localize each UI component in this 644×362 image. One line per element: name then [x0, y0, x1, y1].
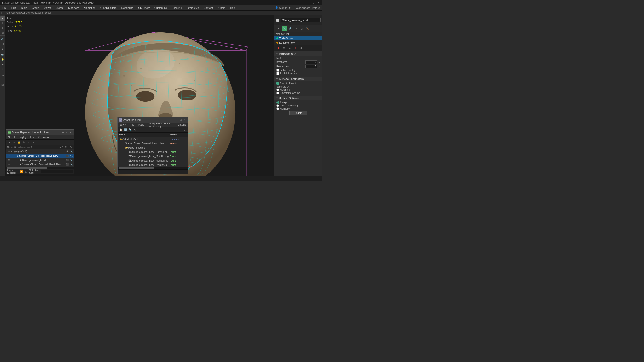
- unlink-tool[interactable]: ⛓: [0, 42, 5, 46]
- se-select-btn[interactable]: ↖: [31, 140, 36, 144]
- asset-menu-server[interactable]: Server: [118, 122, 128, 127]
- layer-tool[interactable]: ◱: [0, 83, 5, 87]
- menu-customize[interactable]: Customize: [152, 5, 169, 10]
- align-tool[interactable]: ≡: [0, 78, 5, 82]
- expand-0[interactable]: ▼: [10, 150, 13, 153]
- menu-create[interactable]: Create: [53, 5, 66, 10]
- scale-tool[interactable]: ⊡: [0, 31, 5, 35]
- asset-row-vault[interactable]: 🔒 Autodesk Vault Logged...: [118, 137, 188, 141]
- hierarchy-tab[interactable]: 🔗: [288, 26, 293, 31]
- asset-refresh-btn[interactable]: 🔄: [123, 128, 128, 132]
- asset-add-btn[interactable]: 📋: [118, 128, 123, 132]
- expand-2[interactable]: [16, 159, 19, 161]
- configure-sets-btn[interactable]: ⚙: [298, 45, 304, 51]
- make-unique-btn[interactable]: ◈: [287, 45, 292, 51]
- menu-scripting[interactable]: Scripting: [169, 5, 184, 10]
- eye-3[interactable]: 👁: [7, 163, 10, 166]
- move-tool[interactable]: ✛: [0, 21, 5, 25]
- menu-rendering[interactable]: Rendering: [119, 5, 136, 10]
- eye-2[interactable]: 👁: [7, 159, 10, 161]
- asset-tracking-titlebar[interactable]: AT Asset Tracking — □ ✕: [118, 117, 188, 122]
- asset-row-maps-folder[interactable]: 📁 Maps / Shaders: [118, 145, 188, 150]
- menu-interactive[interactable]: Interactive: [184, 5, 202, 10]
- menu-graph-editors[interactable]: Graph Editors: [98, 5, 119, 10]
- tree-item-statue-new[interactable]: 👁 ▶ ◈ Statue_Olmec_Colossal_Head_New ⬛ 🔧: [6, 154, 74, 158]
- scene-explorer-menu-select[interactable]: Select: [6, 135, 17, 139]
- remove-modifier-btn[interactable]: 🗑: [293, 45, 298, 51]
- asset-row-max-file[interactable]: 3 Statue_Olmec_Colossal_Head_New_max_vra…: [118, 141, 188, 145]
- scene-explorer-maximize[interactable]: □: [66, 131, 69, 134]
- helper-tool[interactable]: ✦: [0, 62, 5, 66]
- scene-explorer-menu-customize[interactable]: Customize: [36, 135, 52, 139]
- scene-explorer-menu-edit[interactable]: Edit: [28, 135, 36, 139]
- object-name-input[interactable]: [281, 18, 321, 22]
- modifier-turbosmooth[interactable]: TurboSmooth: [274, 36, 322, 40]
- render-iters-input[interactable]: [305, 65, 317, 68]
- utilities-tab[interactable]: 🔨: [305, 26, 310, 31]
- materials-radio[interactable]: [276, 88, 279, 91]
- asset-menu-options[interactable]: Options: [176, 122, 188, 127]
- minimize-button[interactable]: —: [307, 1, 310, 4]
- se-filter-btn[interactable]: ✕: [7, 140, 12, 144]
- link-tool[interactable]: 🔗: [0, 37, 5, 41]
- asset-row-metallic[interactable]: 🖼 Olmec_colossal_head_Metallic.png Found: [118, 154, 188, 158]
- mirror-tool[interactable]: ⇔: [0, 73, 5, 77]
- surface-params-header[interactable]: ▼ Surface Parameters: [274, 77, 322, 81]
- render-iters-spinner-up[interactable]: ▲: [318, 65, 320, 67]
- menu-animation[interactable]: Animation: [82, 5, 98, 10]
- footer-icon1[interactable]: 🔀: [19, 169, 24, 174]
- asset-menu-file[interactable]: File: [128, 122, 136, 127]
- menu-file[interactable]: File: [0, 5, 9, 10]
- modify-tab[interactable]: 🔧: [282, 26, 287, 31]
- create-tab[interactable]: ✦: [276, 26, 281, 31]
- se-list-view-btn[interactable]: ≡: [12, 140, 16, 144]
- asset-tracking-close[interactable]: ✕: [183, 118, 186, 122]
- particle-tool[interactable]: ⁘: [0, 67, 5, 71]
- smoothing-groups-radio[interactable]: [276, 92, 279, 94]
- asset-row-roughness[interactable]: 🖼 Olmec_colossal_head_Roughness.png Foun…: [118, 163, 188, 167]
- close-button[interactable]: ✕: [316, 1, 320, 4]
- camera-tool[interactable]: 📷: [0, 53, 5, 57]
- expand-1[interactable]: ▶: [14, 155, 16, 157]
- se-show-all-btn[interactable]: 👁: [22, 140, 26, 144]
- menu-help[interactable]: Help: [228, 5, 238, 10]
- tree-item-default-layer[interactable]: 👁 ▼ ◱ 0 (default) 👁 🔧: [6, 149, 74, 154]
- se-lock-btn[interactable]: 🔒: [17, 140, 21, 144]
- menu-civil-view[interactable]: Civil View: [136, 5, 152, 10]
- footer-icon2[interactable]: ◱: [24, 169, 28, 174]
- se-add-btn[interactable]: +: [26, 140, 31, 144]
- scene-explorer-close[interactable]: ✕: [69, 131, 72, 134]
- asset-tracking-scrollbar[interactable]: [118, 167, 188, 169]
- expand-3[interactable]: [16, 163, 19, 166]
- menu-content[interactable]: Content: [201, 5, 215, 10]
- maximize-button[interactable]: □: [312, 1, 316, 4]
- when-rendering-radio[interactable]: [276, 104, 279, 107]
- tree-item-olmec-head[interactable]: 👁 ◈ Olmec_colossal_head ⬛ 🔧: [6, 158, 74, 162]
- scene-explorer-minimize[interactable]: —: [62, 131, 65, 134]
- iterations-spinner-up[interactable]: ▲: [318, 61, 320, 63]
- light-tool[interactable]: 💡: [0, 57, 5, 62]
- pin-modifier-btn[interactable]: 📌: [276, 45, 281, 51]
- motion-tab[interactable]: ⟳: [293, 26, 298, 31]
- sign-in-button[interactable]: 👤 Sign In ▼: [273, 6, 293, 10]
- explicit-normals-checkbox[interactable]: [276, 72, 279, 75]
- asset-tracking-maximize[interactable]: □: [179, 118, 182, 122]
- display-tab[interactable]: ◻: [299, 26, 304, 31]
- eye-0[interactable]: 👁: [7, 150, 10, 153]
- select-tool[interactable]: ↖: [0, 16, 5, 20]
- asset-tracking-minimize[interactable]: —: [175, 118, 179, 122]
- asset-menu-paths[interactable]: Paths: [136, 122, 146, 127]
- always-radio[interactable]: [276, 101, 279, 104]
- isoline-checkbox[interactable]: [276, 69, 279, 71]
- asset-row-normal[interactable]: 🖼 Olmec_colossal_head_Normal.png Found: [118, 158, 188, 163]
- menu-group[interactable]: Group: [29, 5, 42, 10]
- update-options-header[interactable]: ▼ Update Options: [274, 96, 322, 100]
- menu-modifiers[interactable]: Modifiers: [66, 5, 82, 10]
- menu-edit[interactable]: Edit: [9, 5, 18, 10]
- asset-help-btn[interactable]: ?: [182, 128, 187, 132]
- scene-explorer-scrollbar[interactable]: [6, 167, 74, 169]
- rotate-tool[interactable]: ↻: [0, 26, 5, 30]
- scene-explorer-menu-display[interactable]: Display: [17, 135, 28, 139]
- asset-menu-bitmap[interactable]: Bitmap Performance and Memory: [146, 122, 176, 127]
- turbosmooth-header[interactable]: ▼ TurboSmooth: [274, 51, 322, 56]
